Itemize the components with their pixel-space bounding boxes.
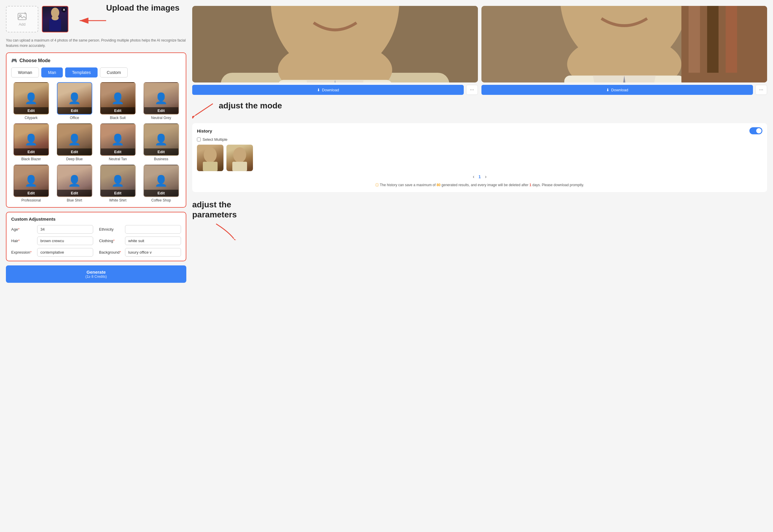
upload-section: Add ×: [6, 6, 186, 32]
template-professional: 👤 Edit Professional: [11, 165, 51, 202]
citypark-edit-btn[interactable]: Edit: [14, 107, 48, 114]
mode-tabs: Woman Man Templates Custom: [11, 67, 181, 77]
share-icon-2: ⋯: [759, 87, 763, 92]
pagination-current: 1: [478, 174, 481, 179]
template-white-shirt: 👤 Edit White Shirt: [98, 165, 138, 202]
svg-rect-5: [49, 19, 61, 31]
select-multiple-checkbox[interactable]: [197, 138, 201, 141]
age-field-row: Age*: [11, 225, 93, 234]
template-blue-shirt-img[interactable]: 👤 Edit: [57, 165, 92, 197]
black-blazer-edit-btn[interactable]: Edit: [14, 148, 48, 155]
office-edit-btn[interactable]: Edit: [57, 107, 92, 114]
template-office-img[interactable]: 👤 Edit: [57, 82, 92, 115]
history-thumb-1[interactable]: [197, 145, 224, 171]
coffee-shop-edit-btn[interactable]: Edit: [144, 190, 178, 196]
upload-annotation: Upload the images: [106, 3, 179, 13]
background-field-row: Background*: [99, 248, 181, 257]
mode-section-title: 🎮 Choose Mode: [11, 58, 181, 63]
history-thumb-2[interactable]: [227, 145, 253, 171]
custom-adjustments-title: Custom Adjustments: [11, 217, 181, 222]
history-toggle[interactable]: [749, 127, 762, 134]
svg-point-6: [52, 16, 59, 20]
template-coffee-shop-img[interactable]: 👤 Edit: [143, 165, 179, 197]
age-label-text: Age: [11, 227, 18, 232]
deep-blue-edit-btn[interactable]: Edit: [57, 148, 92, 155]
tab-woman[interactable]: Woman: [11, 67, 39, 77]
business-label: Business: [154, 157, 168, 161]
deep-blue-label: Deep Blue: [66, 157, 82, 161]
template-professional-img[interactable]: 👤 Edit: [14, 165, 49, 197]
generate-button[interactable]: Generate (1≥ 8 Credits): [6, 265, 186, 283]
templates-grid: 👤 Edit Citypark 👤 Edit Office: [11, 82, 181, 202]
svg-rect-23: [689, 6, 700, 73]
expression-input[interactable]: [37, 248, 93, 257]
select-multiple-label: Select Multiple: [203, 137, 228, 142]
download-button-1[interactable]: ⬇ Download: [192, 85, 464, 95]
history-section: History Select Multiple: [192, 123, 767, 192]
white-shirt-label: White Shirt: [109, 198, 126, 202]
upload-add-button[interactable]: Add: [6, 6, 38, 32]
template-deep-blue-img[interactable]: 👤 Edit: [57, 123, 92, 156]
clothing-label: Clothing*: [99, 239, 123, 243]
template-black-suit-img[interactable]: 👤 Edit: [100, 82, 135, 115]
upload-annotation-text: Upload the images: [106, 3, 179, 12]
hair-input[interactable]: [37, 237, 93, 245]
black-suit-edit-btn[interactable]: Edit: [101, 107, 135, 114]
clothing-input[interactable]: [125, 237, 181, 245]
download-button-2[interactable]: ⬇ Download: [481, 85, 753, 95]
template-deep-blue: 👤 Edit Deep Blue: [54, 123, 94, 161]
professional-edit-btn[interactable]: Edit: [14, 190, 48, 196]
params-annotation-text: adjust the parameters: [192, 200, 237, 219]
ethnicity-input[interactable]: [125, 225, 181, 234]
history-notice: ⓘ The history can save a maximum of 80 g…: [197, 182, 762, 188]
ethnicity-label-text: Ethnicity: [99, 227, 113, 232]
expression-label: Expression*: [11, 250, 35, 255]
mode-section: 🎮 Choose Mode Woman Man Templates Custom…: [6, 52, 186, 208]
custom-adjustments-section: Custom Adjustments Age* Ethnicity: [6, 212, 186, 261]
neutral-grey-edit-btn[interactable]: Edit: [144, 107, 178, 114]
template-white-shirt-img[interactable]: 👤 Edit: [100, 165, 135, 197]
pagination-next[interactable]: ›: [485, 174, 486, 179]
history-header: History: [197, 127, 762, 134]
business-edit-btn[interactable]: Edit: [144, 148, 178, 155]
upload-preview-close-button[interactable]: ×: [61, 7, 67, 12]
result-1-download-row: ⬇ Download ⋯: [192, 85, 478, 95]
template-neutral-tan-img[interactable]: 👤 Edit: [100, 123, 135, 156]
template-neutral-grey-img[interactable]: 👤 Edit: [143, 82, 179, 115]
tab-custom[interactable]: Custom: [100, 67, 128, 77]
age-label: Age*: [11, 227, 35, 232]
result-image-1: [192, 6, 478, 82]
background-input[interactable]: [125, 248, 181, 257]
pagination-prev[interactable]: ‹: [473, 174, 474, 179]
tab-templates[interactable]: Templates: [65, 67, 97, 77]
add-label: Add: [19, 22, 25, 27]
share-button-2[interactable]: ⋯: [755, 85, 767, 95]
template-office: 👤 Edit Office: [54, 82, 94, 120]
tab-man[interactable]: Man: [41, 67, 63, 77]
template-citypark-img[interactable]: 👤 Edit: [14, 82, 49, 115]
hair-field-row: Hair*: [11, 237, 93, 245]
blue-shirt-edit-btn[interactable]: Edit: [57, 190, 92, 196]
expression-field-row: Expression*: [11, 248, 93, 257]
white-shirt-edit-btn[interactable]: Edit: [101, 190, 135, 196]
select-multiple-row: Select Multiple: [197, 137, 762, 142]
download-icon-2: ⬇: [606, 88, 610, 92]
template-black-blazer: 👤 Edit Black Blazer: [11, 123, 51, 161]
params-annotation-area: adjust the parameters: [192, 200, 767, 240]
ethnicity-label: Ethnicity: [99, 227, 123, 232]
template-black-blazer-img[interactable]: 👤 Edit: [14, 123, 49, 156]
history-days-num: 1: [529, 183, 531, 187]
age-input[interactable]: [37, 225, 93, 234]
mode-annotation-area: adjust the mode: [192, 101, 767, 118]
generate-credits-label: (1≥ 8 Credits): [10, 275, 182, 279]
hair-required-star: *: [18, 239, 20, 243]
mode-icon: 🎮: [11, 58, 17, 63]
neutral-tan-edit-btn[interactable]: Edit: [101, 148, 135, 155]
share-button-1[interactable]: ⋯: [466, 85, 478, 95]
age-required-star: *: [18, 227, 19, 232]
upload-preview-image: ×: [42, 6, 68, 32]
result-item-2: ⬇ Download ⋯: [481, 6, 767, 95]
template-business-img[interactable]: 👤 Edit: [143, 123, 179, 156]
template-blue-shirt: 👤 Edit Blue Shirt: [54, 165, 94, 202]
neutral-tan-label: Neutral Tan: [109, 157, 127, 161]
